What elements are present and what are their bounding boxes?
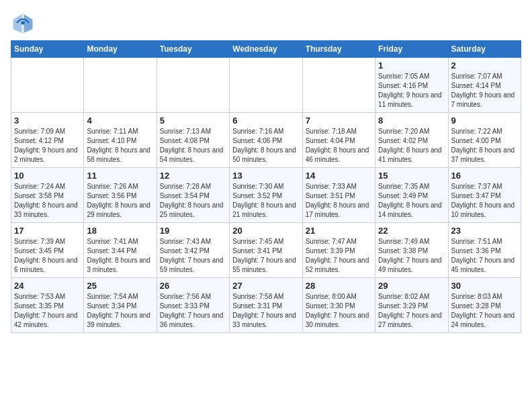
day-info: Sunrise: 7:16 AM Sunset: 4:06 PM Dayligh… [232,127,299,165]
day-info: Sunrise: 7:39 AM Sunset: 3:45 PM Dayligh… [14,237,81,275]
day-number: 23 [451,226,518,236]
calendar-cell: 24Sunrise: 7:53 AM Sunset: 3:35 PM Dayli… [11,278,84,333]
day-info: Sunrise: 7:05 AM Sunset: 4:16 PM Dayligh… [378,72,445,109]
day-number: 2 [451,60,518,71]
day-number: 17 [14,226,81,236]
day-info: Sunrise: 7:11 AM Sunset: 4:10 PM Dayligh… [87,127,153,165]
day-header-sunday: Sunday [11,41,84,58]
calendar-cell: 10Sunrise: 7:24 AM Sunset: 3:58 PM Dayli… [11,168,84,223]
day-info: Sunrise: 7:13 AM Sunset: 4:08 PM Dayligh… [160,127,226,165]
calendar-body: 1Sunrise: 7:05 AM Sunset: 4:16 PM Daylig… [11,58,521,333]
day-number: 24 [14,281,81,291]
day-number: 29 [378,281,445,291]
calendar-cell: 27Sunrise: 7:58 AM Sunset: 3:31 PM Dayli… [230,278,302,333]
day-number: 28 [306,281,372,291]
day-number: 1 [378,60,445,71]
calendar-cell: 21Sunrise: 7:47 AM Sunset: 3:39 PM Dayli… [302,223,375,278]
week-row-4: 17Sunrise: 7:39 AM Sunset: 3:45 PM Dayli… [11,223,521,278]
day-number: 30 [451,281,518,291]
week-row-2: 3Sunrise: 7:09 AM Sunset: 4:12 PM Daylig… [11,113,521,168]
day-info: Sunrise: 7:56 AM Sunset: 3:33 PM Dayligh… [160,292,226,330]
day-info: Sunrise: 7:47 AM Sunset: 3:39 PM Dayligh… [306,237,372,275]
day-info: Sunrise: 7:24 AM Sunset: 3:58 PM Dayligh… [14,182,81,220]
calendar-cell: 14Sunrise: 7:33 AM Sunset: 3:51 PM Dayli… [302,168,375,223]
day-number: 11 [87,171,153,181]
day-number: 13 [232,171,299,181]
day-info: Sunrise: 7:22 AM Sunset: 4:00 PM Dayligh… [451,127,518,165]
day-number: 9 [451,116,518,126]
day-number: 27 [232,281,299,291]
calendar-cell: 5Sunrise: 7:13 AM Sunset: 4:08 PM Daylig… [157,113,229,168]
day-info: Sunrise: 7:18 AM Sunset: 4:04 PM Dayligh… [306,127,372,165]
day-info: Sunrise: 7:20 AM Sunset: 4:02 PM Dayligh… [378,127,445,165]
calendar-cell: 20Sunrise: 7:45 AM Sunset: 3:41 PM Dayli… [230,223,302,278]
calendar-cell: 13Sunrise: 7:30 AM Sunset: 3:52 PM Dayli… [230,168,302,223]
calendar-cell: 28Sunrise: 8:00 AM Sunset: 3:30 PM Dayli… [302,278,375,333]
day-info: Sunrise: 7:45 AM Sunset: 3:41 PM Dayligh… [232,237,299,275]
calendar-cell: 11Sunrise: 7:26 AM Sunset: 3:56 PM Dayli… [84,168,157,223]
day-info: Sunrise: 7:35 AM Sunset: 3:49 PM Dayligh… [378,182,445,220]
day-number: 22 [378,226,445,236]
calendar-cell: 17Sunrise: 7:39 AM Sunset: 3:45 PM Dayli… [11,223,84,278]
day-info: Sunrise: 7:53 AM Sunset: 3:35 PM Dayligh… [14,292,81,330]
calendar-cell: 29Sunrise: 8:02 AM Sunset: 3:29 PM Dayli… [375,278,448,333]
calendar-cell [11,58,84,113]
days-header-row: SundayMondayTuesdayWednesdayThursdayFrid… [11,41,521,58]
day-number: 12 [160,171,226,181]
day-number: 21 [306,226,372,236]
day-info: Sunrise: 8:03 AM Sunset: 3:28 PM Dayligh… [451,292,518,330]
day-info: Sunrise: 7:30 AM Sunset: 3:52 PM Dayligh… [232,182,299,220]
calendar-cell: 6Sunrise: 7:16 AM Sunset: 4:06 PM Daylig… [230,113,302,168]
day-header-monday: Monday [84,41,157,58]
day-number: 20 [232,226,299,236]
calendar-cell [302,58,375,113]
day-number: 15 [378,171,445,181]
day-info: Sunrise: 7:37 AM Sunset: 3:47 PM Dayligh… [451,182,518,220]
header [11,11,521,35]
calendar-cell: 30Sunrise: 8:03 AM Sunset: 3:28 PM Dayli… [448,278,521,333]
day-header-wednesday: Wednesday [230,41,302,58]
svg-point-3 [21,21,24,24]
calendar-cell [157,58,229,113]
logo [11,11,38,35]
day-info: Sunrise: 8:00 AM Sunset: 3:30 PM Dayligh… [306,292,372,330]
calendar-cell: 15Sunrise: 7:35 AM Sunset: 3:49 PM Dayli… [375,168,448,223]
day-info: Sunrise: 7:33 AM Sunset: 3:51 PM Dayligh… [306,182,372,220]
day-header-tuesday: Tuesday [157,41,229,58]
day-header-thursday: Thursday [302,41,375,58]
calendar-cell: 8Sunrise: 7:20 AM Sunset: 4:02 PM Daylig… [375,113,448,168]
calendar-cell: 25Sunrise: 7:54 AM Sunset: 3:34 PM Dayli… [84,278,157,333]
week-row-3: 10Sunrise: 7:24 AM Sunset: 3:58 PM Dayli… [11,168,521,223]
logo-icon [11,11,35,35]
day-number: 26 [160,281,226,291]
day-number: 18 [87,226,153,236]
calendar-cell: 9Sunrise: 7:22 AM Sunset: 4:00 PM Daylig… [448,113,521,168]
day-header-saturday: Saturday [448,41,521,58]
day-info: Sunrise: 7:58 AM Sunset: 3:31 PM Dayligh… [232,292,299,330]
calendar-cell [84,58,157,113]
calendar-cell: 16Sunrise: 7:37 AM Sunset: 3:47 PM Dayli… [448,168,521,223]
week-row-5: 24Sunrise: 7:53 AM Sunset: 3:35 PM Dayli… [11,278,521,333]
day-info: Sunrise: 7:28 AM Sunset: 3:54 PM Dayligh… [160,182,226,220]
day-info: Sunrise: 7:26 AM Sunset: 3:56 PM Dayligh… [87,182,153,220]
calendar-cell [230,58,302,113]
calendar-cell: 12Sunrise: 7:28 AM Sunset: 3:54 PM Dayli… [157,168,229,223]
day-info: Sunrise: 7:41 AM Sunset: 3:44 PM Dayligh… [87,237,153,275]
day-info: Sunrise: 8:02 AM Sunset: 3:29 PM Dayligh… [378,292,445,330]
day-info: Sunrise: 7:09 AM Sunset: 4:12 PM Dayligh… [14,127,81,165]
day-number: 19 [160,226,226,236]
calendar-cell: 4Sunrise: 7:11 AM Sunset: 4:10 PM Daylig… [84,113,157,168]
day-info: Sunrise: 7:43 AM Sunset: 3:42 PM Dayligh… [160,237,226,275]
day-info: Sunrise: 7:07 AM Sunset: 4:14 PM Dayligh… [451,72,518,109]
calendar-table: SundayMondayTuesdayWednesdayThursdayFrid… [11,40,521,333]
day-number: 25 [87,281,153,291]
calendar-cell: 2Sunrise: 7:07 AM Sunset: 4:14 PM Daylig… [448,58,521,113]
calendar-cell: 3Sunrise: 7:09 AM Sunset: 4:12 PM Daylig… [11,113,84,168]
day-number: 6 [232,116,299,126]
day-number: 10 [14,171,81,181]
day-header-friday: Friday [375,41,448,58]
calendar-cell: 7Sunrise: 7:18 AM Sunset: 4:04 PM Daylig… [302,113,375,168]
day-number: 7 [306,116,372,126]
calendar-cell: 23Sunrise: 7:51 AM Sunset: 3:36 PM Dayli… [448,223,521,278]
calendar-cell: 26Sunrise: 7:56 AM Sunset: 3:33 PM Dayli… [157,278,229,333]
